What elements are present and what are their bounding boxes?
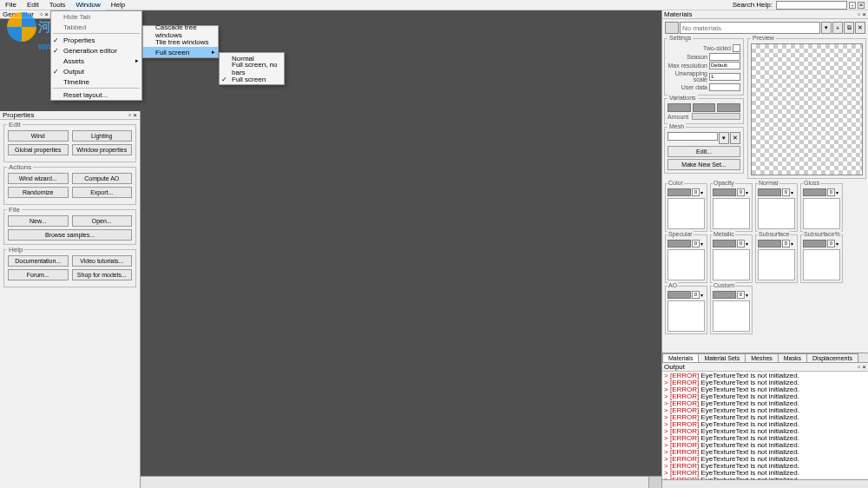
generator-panel-title: Generator▫ × [0,10,52,19]
menu-full[interactable]: Full screen [220,74,284,84]
texture-swatches: Color0▾Opacity0▾Normal0▾Gloss0▾Specular0… [662,181,868,337]
swatch-normal[interactable]: Normal0▾ [755,183,798,232]
two-sided-checkbox[interactable] [733,44,740,52]
output-title: Output [664,363,685,371]
panel-controls[interactable]: ▫ × [858,10,866,18]
browse-samples-button[interactable]: Browse samples... [8,229,132,241]
tab-materials[interactable]: Materials [662,353,699,362]
window-menu-dropdown: Hide Tab Tabbed Properties Generation ed… [50,10,142,101]
swatch-gloss[interactable]: Gloss0▾ [800,183,843,232]
mesh-new-set-button[interactable]: Make New Set... [667,159,740,170]
variation-slots[interactable] [667,103,740,112]
output-scrollbar[interactable] [662,479,868,488]
material-add-button[interactable]: + [832,22,843,34]
mesh-edit-button[interactable]: Edit... [667,146,740,157]
menu-fullscreen[interactable]: Full screen [143,47,218,57]
new-button[interactable]: New... [8,215,69,227]
user-data-field[interactable] [709,83,740,91]
menu-output[interactable]: Output [51,66,141,76]
forum-button[interactable]: Forum... [8,269,69,280]
swatch-subsurface[interactable]: Subsurface0▾ [755,234,798,283]
tab-displacements[interactable]: Displacements [806,353,858,362]
menu-reset-layout[interactable]: Reset layout... [51,89,141,100]
menu-help[interactable]: Help [106,0,130,10]
menu-hide-tab[interactable]: Hide Tab [51,11,141,22]
mesh-dropdown-icon[interactable]: ▾ [719,132,729,144]
window-close-icon[interactable]: × [858,2,865,9]
material-copy-button[interactable]: ⧉ [844,22,854,34]
tab-masks[interactable]: Masks [778,353,807,362]
materials-panel: Materials▫ × ▾ + ⧉ ✕ Settings Two-sided … [661,10,868,488]
materials-title: Materials [664,10,692,18]
fullscreen-submenu: Normal Full screen, no bars Full screen [219,52,285,85]
documentation-button[interactable]: Documentation... [8,255,69,267]
material-preview [751,43,863,175]
randomize-button[interactable]: Randomize [8,187,69,198]
menu-assets[interactable]: Assets [51,56,141,66]
wind-button[interactable]: Wind [8,130,69,142]
properties-panel: Properties▫ × Edit WindLighting Global p… [0,111,141,488]
search-label: Search Help: [733,1,773,9]
menu-timeline[interactable]: Timeline [51,76,141,87]
global-props-button[interactable]: Global properties [8,144,69,155]
menu-gen-editor[interactable]: Generation editor [51,45,141,56]
tab-meshes[interactable]: Meshes [745,353,779,362]
compute-ao-button[interactable]: Compute AO [72,173,133,184]
swatch-specular[interactable]: Specular0▾ [665,234,707,283]
material-name-input[interactable] [680,22,820,34]
viewport[interactable] [141,19,661,476]
tab-material-sets[interactable]: Material Sets [698,353,746,362]
menu-full-nobars[interactable]: Full screen, no bars [220,63,284,74]
menu-tools[interactable]: Tools [44,0,71,10]
video-tutorials-button[interactable]: Video tutorials... [72,255,133,267]
export-button[interactable]: Export... [72,187,133,198]
open-button[interactable]: Open... [72,215,133,227]
menu-tabbed[interactable]: Tabbed [51,22,141,32]
materials-tabs: MaterialsMaterial SetsMeshesMasksDisplac… [662,353,868,362]
wind-wizard-button[interactable]: Wind wizard... [8,173,69,184]
material-delete-button[interactable]: ✕ [855,22,865,34]
season-field[interactable] [709,53,740,61]
material-dropdown-icon[interactable]: ▾ [821,22,832,34]
lighting-button[interactable]: Lighting [72,130,133,142]
mesh-delete-button[interactable]: ✕ [730,132,740,144]
menu-window[interactable]: Window [70,0,105,10]
mesh-field[interactable] [667,132,718,141]
search-input[interactable] [776,1,847,10]
swatch-color[interactable]: Color0▾ [665,183,707,232]
swatch-subsurface%[interactable]: Subsurface%0▾ [800,234,843,283]
swatch-opacity[interactable]: Opacity0▾ [710,183,753,232]
menu-edit[interactable]: Edit [22,0,44,10]
panel-controls[interactable]: ▫ × [128,111,137,119]
horizontal-scrollbar[interactable] [141,476,661,488]
menu-cascade[interactable]: Cascade tree windows [143,26,218,36]
material-swatch[interactable] [665,22,679,34]
swatch-metallic[interactable]: Metallic0▾ [710,234,753,283]
output-log[interactable]: > [ERROR] EyeTextureText is not initiali… [662,372,868,479]
swatch-ao[interactable]: AO0▾ [665,286,707,334]
amount-slider[interactable] [692,113,740,120]
panel-controls[interactable]: ▫ × [40,10,49,18]
menu-file[interactable]: File [0,0,22,10]
max-res-field[interactable]: Default [709,62,740,69]
panel-controls[interactable]: ▫ × [858,363,866,371]
unwrap-scale-field[interactable]: 1 [709,73,740,81]
properties-title: Properties [3,111,34,119]
menu-properties[interactable]: Properties [51,35,141,45]
window-props-button[interactable]: Window properties [72,144,133,155]
window-min-icon[interactable]: - [849,2,856,9]
shop-models-button[interactable]: Shop for models... [72,269,133,280]
swatch-custom[interactable]: Custom0▾ [710,286,753,334]
window-submenu: Cascade tree windows Tile tree windows F… [142,25,219,58]
menu-tile[interactable]: Tile tree windows [143,36,218,47]
menubar: File Edit Tools Window Help Search Help:… [0,0,868,10]
